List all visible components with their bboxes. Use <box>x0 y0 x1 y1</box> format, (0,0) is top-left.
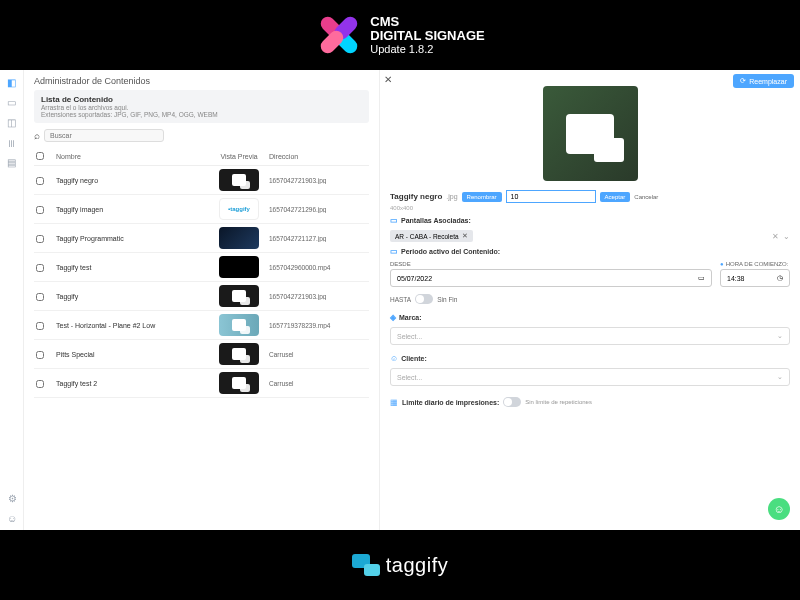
end-date-toggle[interactable] <box>415 294 433 304</box>
row-thumbnail <box>219 314 259 336</box>
row-dir: 1657042721903.jpg <box>269 293 369 300</box>
accept-button[interactable]: Aceptar <box>600 192 631 202</box>
search-input[interactable] <box>44 129 164 142</box>
cms-logo-icon <box>315 13 360 58</box>
row-name: Taggify test 2 <box>56 380 209 387</box>
row-thumbnail: ▪taggify <box>219 198 259 220</box>
row-checkbox[interactable] <box>36 206 44 214</box>
nav-user-icon[interactable]: ☺ <box>6 512 18 524</box>
row-checkbox[interactable] <box>36 380 44 388</box>
nav-screens-icon[interactable]: ▭ <box>6 96 18 108</box>
nav-stats-icon[interactable]: ⫼ <box>6 136 18 148</box>
content-ext: .jpg <box>446 193 457 200</box>
clock-dot-icon: ● <box>720 261 724 267</box>
table-header: Nombre Vista Previa Direccion <box>34 148 369 166</box>
row-name: Taggify Programmatic <box>56 235 209 242</box>
banner-line1: CMS <box>370 15 484 29</box>
row-checkbox[interactable] <box>36 293 44 301</box>
limit-icon: ▦ <box>390 398 398 407</box>
row-thumbnail <box>219 343 259 365</box>
row-name: Taggify <box>56 293 209 300</box>
row-dir: 1657042721127.jpg <box>269 235 369 242</box>
chevron-down-icon[interactable]: ⌄ <box>783 232 790 241</box>
col-preview: Vista Previa <box>209 153 269 160</box>
row-dir: 1657719378239.mp4 <box>269 322 369 329</box>
sin-fin-label: Sin Fin <box>437 296 457 303</box>
upload-hint: Arrastra el o los archivos aqui. <box>41 104 362 111</box>
row-checkbox[interactable] <box>36 235 44 243</box>
table-row[interactable]: Taggify test 2Carrusel <box>34 369 369 398</box>
marca-label: Marca: <box>399 314 422 321</box>
date-from-input[interactable]: 05/07/2022 ▭ <box>390 269 712 287</box>
screen-chip[interactable]: AR - CABA - Recoleta ✕ <box>390 230 473 242</box>
screens-select[interactable]: AR - CABA - Recoleta ✕ ✕⌄ <box>390 230 790 242</box>
upload-formats: Extensiones soportadas: JPG, GIF, PNG, M… <box>41 111 362 118</box>
duration-input[interactable] <box>506 190 596 203</box>
screens-label: Pantallas Asociadas: <box>401 217 471 224</box>
overlap-icon <box>566 114 614 154</box>
cancel-button[interactable]: Cancelar <box>634 194 658 200</box>
cliente-label: Cliente: <box>401 355 427 362</box>
table-row[interactable]: Test - Horizontal - Plane #2 Low16577193… <box>34 311 369 340</box>
replace-button[interactable]: ⟳ Reemplazar <box>733 74 794 88</box>
top-banner: CMS DIGITAL SIGNAGE Update 1.8.2 <box>0 0 800 70</box>
client-select[interactable]: Select... ⌄ <box>390 368 790 386</box>
row-checkbox[interactable] <box>36 322 44 330</box>
upload-dropzone[interactable]: Lista de Contenido Arrastra el o los arc… <box>34 90 369 123</box>
table-row[interactable]: Taggify1657042721903.jpg <box>34 282 369 311</box>
impression-limit-toggle[interactable] <box>503 397 521 407</box>
period-label: Periodo activo del Contenido: <box>401 248 500 255</box>
chevron-down-icon: ⌄ <box>777 332 783 340</box>
rename-button[interactable]: Renombrar <box>462 192 502 202</box>
client-icon: ☺ <box>390 354 398 363</box>
detail-pane: ✕ ⟳ Reemplazar Taggify negro .jpg Renomb… <box>379 70 800 530</box>
table-row[interactable]: Taggify imagen▪taggify1657042721296.jpg <box>34 195 369 224</box>
select-all-checkbox[interactable] <box>36 152 44 160</box>
row-thumbnail <box>219 227 259 249</box>
table-row[interactable]: Pitts SpecialCarrusel <box>34 340 369 369</box>
row-dir: Carrusel <box>269 351 369 358</box>
row-dir: 1657042721903.jpg <box>269 177 369 184</box>
page-title: Administrador de Contenidos <box>34 76 369 86</box>
content-list-pane: Administrador de Contenidos Lista de Con… <box>24 70 379 530</box>
clock-icon: ◷ <box>777 274 783 282</box>
nav-content-icon[interactable]: ◫ <box>6 116 18 128</box>
limit-hint: Sin limite de repeticiones <box>525 399 592 405</box>
brand-icon: ◈ <box>390 313 396 322</box>
row-name: Test - Horizontal - Plane #2 Low <box>56 322 209 329</box>
content-preview <box>543 86 638 181</box>
row-thumbnail <box>219 169 259 191</box>
table-row[interactable]: Taggify negro1657042721903.jpg <box>34 166 369 195</box>
footer-banner: taggify <box>0 530 800 600</box>
row-dir: 1657042960000.mp4 <box>269 264 369 271</box>
row-checkbox[interactable] <box>36 177 44 185</box>
remove-chip-icon[interactable]: ✕ <box>462 232 468 240</box>
desde-label: DESDE <box>390 261 411 267</box>
sidebar: ◧ ▭ ◫ ⫼ ▤ ⚙ ☺ <box>0 70 24 530</box>
screens-icon: ▭ <box>390 216 398 225</box>
upload-title: Lista de Contenido <box>41 95 362 104</box>
replace-icon: ⟳ <box>740 77 746 85</box>
chevron-down-icon: ⌄ <box>777 373 783 381</box>
nav-schedule-icon[interactable]: ▤ <box>6 156 18 168</box>
help-fab[interactable]: ☺ <box>768 498 790 520</box>
col-name: Nombre <box>56 153 209 160</box>
row-checkbox[interactable] <box>36 264 44 272</box>
row-thumbnail <box>219 372 259 394</box>
table-row[interactable]: Taggify Programmatic1657042721127.jpg <box>34 224 369 253</box>
row-name: Pitts Special <box>56 351 209 358</box>
close-button[interactable]: ✕ <box>384 74 392 85</box>
search-icon: ⌕ <box>34 130 40 141</box>
resolution-label: 400x400 <box>390 205 790 211</box>
row-name: Taggify imagen <box>56 206 209 213</box>
time-from-input[interactable]: 14:38 ◷ <box>720 269 790 287</box>
app-shell: ◧ ▭ ◫ ⫼ ▤ ⚙ ☺ Administrador de Contenido… <box>0 70 800 530</box>
row-checkbox[interactable] <box>36 351 44 359</box>
nav-settings-icon[interactable]: ⚙ <box>6 492 18 504</box>
table-row[interactable]: Taggify test1657042960000.mp4 <box>34 253 369 282</box>
col-dir: Direccion <box>269 153 369 160</box>
row-dir: 1657042721296.jpg <box>269 206 369 213</box>
nav-dashboard-icon[interactable]: ◧ <box>6 76 18 88</box>
clear-icon[interactable]: ✕ <box>772 232 779 241</box>
brand-select[interactable]: Select... ⌄ <box>390 327 790 345</box>
